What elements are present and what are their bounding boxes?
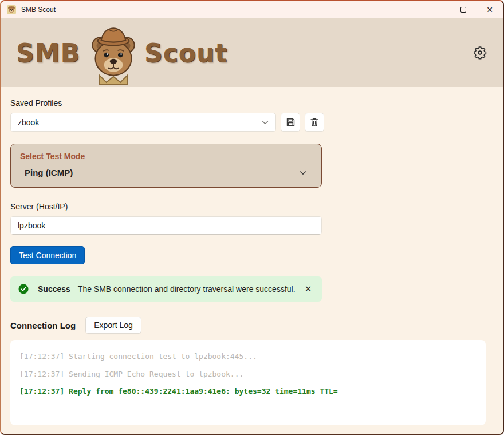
export-log-button[interactable]: Export Log bbox=[85, 317, 141, 334]
maximize-button[interactable] bbox=[450, 1, 477, 18]
server-input[interactable] bbox=[10, 216, 322, 235]
save-icon bbox=[286, 117, 296, 127]
alert-title: Success bbox=[38, 284, 70, 294]
test-mode-select[interactable]: Ping (ICMP) bbox=[20, 168, 312, 177]
log-entry: [17:12:37] Reply from fe80::439:2241:1aa… bbox=[19, 383, 477, 401]
log-entry: [17:12:37] Sending ICMP Echo Request to … bbox=[19, 366, 477, 383]
window-title: SMB Scout bbox=[21, 6, 56, 14]
connection-log-label: Connection Log bbox=[10, 321, 76, 330]
test-connection-button[interactable]: Test Connection bbox=[10, 246, 85, 264]
delete-profile-button[interactable] bbox=[305, 113, 324, 132]
chevron-down-icon bbox=[262, 120, 269, 125]
app-window: SMB Scout ✕ SMB bbox=[0, 0, 504, 435]
main-content: Saved Profiles zbook bbox=[1, 87, 503, 434]
trash-icon bbox=[310, 117, 319, 127]
app-logo: SMB bbox=[16, 19, 227, 86]
check-circle-icon bbox=[18, 284, 29, 294]
app-header: SMB bbox=[1, 18, 503, 87]
alert-message: The SMB connection and directory travers… bbox=[78, 284, 302, 294]
minimize-button[interactable] bbox=[424, 1, 450, 18]
log-header: Connection Log Export Log bbox=[10, 317, 494, 334]
bear-scout-logo-icon bbox=[84, 22, 143, 86]
log-entry: [17:12:37] Starting connection test to l… bbox=[19, 348, 477, 366]
close-icon: ✕ bbox=[486, 6, 493, 14]
test-mode-label: Select Test Mode bbox=[20, 152, 312, 161]
gear-icon bbox=[473, 46, 487, 60]
profile-select[interactable]: zbook bbox=[10, 113, 276, 132]
saved-profiles-label: Saved Profiles bbox=[10, 98, 494, 108]
success-alert: Success The SMB connection and directory… bbox=[10, 276, 322, 302]
profile-row: zbook bbox=[10, 113, 494, 132]
app-bear-icon bbox=[7, 5, 16, 14]
server-label: Server (Host/IP) bbox=[10, 202, 494, 211]
connection-log-output[interactable]: [17:12:37] Starting connection test to l… bbox=[10, 340, 486, 425]
logo-text-scout: Scout bbox=[144, 38, 227, 68]
profile-selected-value: zbook bbox=[18, 118, 39, 127]
test-mode-value: Ping (ICMP) bbox=[25, 168, 73, 177]
chevron-down-icon bbox=[300, 171, 306, 175]
titlebar: SMB Scout ✕ bbox=[1, 1, 503, 18]
close-button[interactable]: ✕ bbox=[477, 1, 503, 18]
logo-text-smb: SMB bbox=[16, 38, 80, 68]
maximize-icon bbox=[460, 7, 466, 13]
minimize-icon bbox=[434, 10, 440, 10]
alert-close-icon[interactable]: ✕ bbox=[302, 283, 314, 295]
settings-button[interactable] bbox=[473, 46, 487, 60]
save-profile-button[interactable] bbox=[281, 113, 300, 132]
test-mode-panel: Select Test Mode Ping (ICMP) bbox=[10, 144, 322, 188]
